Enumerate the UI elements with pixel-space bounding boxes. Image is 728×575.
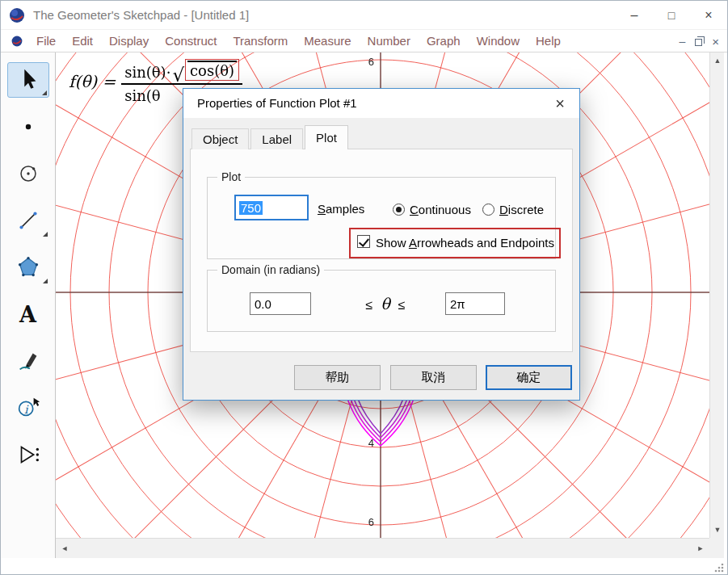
domain-relation: ≤θ≤ xyxy=(329,295,442,313)
menu-edit[interactable]: Edit xyxy=(64,30,101,52)
tab-object[interactable]: Object xyxy=(191,128,249,149)
domain-min-input[interactable]: 0.0 xyxy=(250,292,311,315)
continuous-radio-label[interactable]: Continuous xyxy=(410,203,471,216)
pentagon-icon xyxy=(15,254,42,281)
dialog-tabs: Object Label Plot xyxy=(191,125,350,149)
point-icon xyxy=(15,113,42,141)
mdi-restore-icon[interactable] xyxy=(695,39,702,46)
submenu-indicator-icon xyxy=(43,232,48,237)
info-icon: i xyxy=(15,394,42,422)
vertical-scrollbar[interactable]: ▲ ▼ xyxy=(709,52,724,538)
compass-tool[interactable] xyxy=(7,156,49,191)
menu-number[interactable]: Number xyxy=(360,30,419,52)
tab-plot[interactable]: Plot xyxy=(305,125,348,149)
menu-construct[interactable]: Construct xyxy=(157,30,225,52)
mdi-minimize-icon[interactable]: – xyxy=(679,35,685,48)
resize-grip-icon[interactable] xyxy=(713,562,725,573)
arrow-cursor-icon xyxy=(15,66,42,94)
information-tool[interactable]: i xyxy=(7,390,49,426)
marker-tool[interactable] xyxy=(7,343,49,379)
help-button[interactable]: 帮助 xyxy=(294,365,381,390)
title-bar: The Geometer's Sketchpad - [Untitled 1] … xyxy=(1,1,727,30)
domain-group: Domain (in radians) 0.0 ≤θ≤ 2π xyxy=(207,270,556,332)
app-logo-icon xyxy=(9,7,25,23)
text-tool[interactable]: A xyxy=(7,296,49,332)
close-button[interactable]: × xyxy=(690,1,727,30)
domain-max-value: 2π xyxy=(450,297,465,311)
point-tool[interactable] xyxy=(7,109,49,145)
menu-transform[interactable]: Transform xyxy=(225,30,296,52)
axis-label-4: 4 xyxy=(360,437,374,449)
numerator-prefix: sin(θ)· xyxy=(124,64,170,81)
domain-group-label: Domain (in radians) xyxy=(217,263,324,276)
document-icon xyxy=(11,35,23,48)
selection-box: cos(θ) xyxy=(185,59,239,81)
menu-display[interactable]: Display xyxy=(101,30,157,52)
menu-help[interactable]: Help xyxy=(528,30,569,52)
menu-file[interactable]: File xyxy=(28,30,64,52)
scroll-up-icon[interactable]: ▲ xyxy=(710,53,725,68)
scroll-right-icon[interactable]: ► xyxy=(693,541,708,556)
properties-dialog: Properties of Function Plot #1 × Object … xyxy=(183,88,580,401)
submenu-indicator-icon xyxy=(42,90,47,95)
selection-arrow-tool[interactable] xyxy=(7,62,49,98)
scrollbar-corner xyxy=(709,538,724,558)
domain-max-input[interactable]: 2π xyxy=(445,292,505,315)
axis-label-6-top: 6 xyxy=(360,56,374,68)
continuous-radio[interactable] xyxy=(393,204,405,216)
show-arrowheads-label[interactable]: Show Arrowheads and Endpoints xyxy=(376,236,554,250)
marker-pen-icon xyxy=(15,347,42,375)
plot-group-label: Plot xyxy=(217,170,245,183)
radicand: cos(θ) xyxy=(187,61,237,79)
dialog-close-icon[interactable]: × xyxy=(547,92,573,115)
cancel-button[interactable]: 取消 xyxy=(390,365,477,390)
minimize-button[interactable]: – xyxy=(616,1,653,30)
polygon-tool[interactable] xyxy=(7,250,49,285)
scroll-left-icon[interactable]: ◄ xyxy=(57,541,72,556)
numerator: sin(θ)· √ cos(θ) xyxy=(121,59,242,83)
menu-window[interactable]: Window xyxy=(469,30,528,52)
samples-label: Samples xyxy=(318,202,364,216)
horizontal-scrollbar[interactable]: ◄ ► xyxy=(56,538,709,558)
circle-icon xyxy=(15,160,42,187)
segment-icon xyxy=(15,207,42,234)
discrete-radio[interactable] xyxy=(482,204,494,216)
dialog-title: Properties of Function Plot #1 xyxy=(183,96,357,110)
menu-bar: File Edit Display Construct Transform Me… xyxy=(1,30,727,52)
show-arrowheads-checkbox[interactable] xyxy=(357,235,370,248)
samples-value: 750 xyxy=(239,201,263,215)
menu-measure[interactable]: Measure xyxy=(296,30,359,52)
sqrt-icon: √ xyxy=(172,68,184,82)
dialog-title-bar[interactable]: Properties of Function Plot #1 × xyxy=(183,89,579,118)
tool-palette: A i xyxy=(1,52,56,558)
letter-a-icon: A xyxy=(19,302,36,327)
samples-input[interactable]: 750 xyxy=(234,195,309,220)
window-title: The Geometer's Sketchpad - [Untitled 1] xyxy=(33,8,249,22)
straightedge-tool[interactable] xyxy=(7,203,49,238)
app-window: The Geometer's Sketchpad - [Untitled 1] … xyxy=(0,0,728,575)
status-strip xyxy=(1,558,727,575)
submenu-indicator-icon xyxy=(43,279,48,283)
plot-tab-page: Plot 750 Samples Continuous Discrete Sho… xyxy=(190,149,573,352)
sketch-canvas[interactable]: 6 4 6 f(θ) = sin(θ)· √ cos(θ) sin(θ Prop… xyxy=(56,52,709,538)
function-lhs: f(θ) = xyxy=(69,72,116,91)
plot-group: Plot 750 Samples Continuous Discrete Sho… xyxy=(207,177,556,259)
scroll-down-icon[interactable]: ▼ xyxy=(710,523,725,537)
menu-graph[interactable]: Graph xyxy=(419,30,469,52)
maximize-button[interactable]: □ xyxy=(653,1,690,30)
custom-tool-icon xyxy=(15,441,42,468)
axis-label-6-bottom: 6 xyxy=(360,516,374,528)
mdi-close-icon[interactable]: × xyxy=(712,35,719,48)
ok-button[interactable]: 确定 xyxy=(486,365,572,390)
discrete-radio-label[interactable]: Discrete xyxy=(499,203,544,216)
tab-label[interactable]: Label xyxy=(250,128,303,149)
svg-text:i: i xyxy=(23,403,28,416)
domain-min-value: 0.0 xyxy=(255,297,271,311)
custom-tool[interactable] xyxy=(7,437,49,472)
